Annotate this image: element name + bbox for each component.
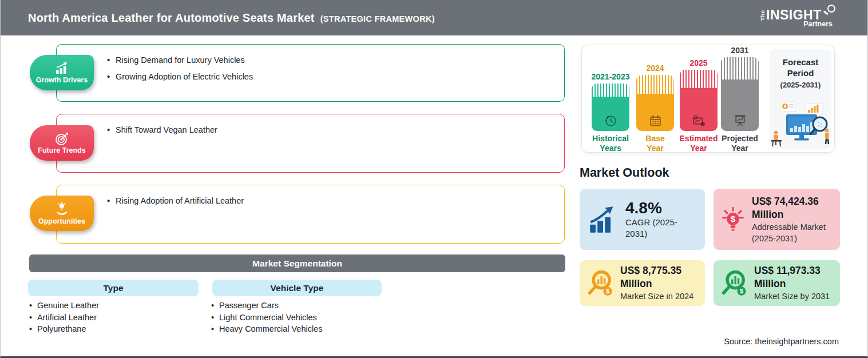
calendar-icon bbox=[648, 114, 663, 128]
bar-body bbox=[680, 88, 718, 131]
bar-body bbox=[721, 79, 759, 131]
growth-arrow-chart-icon bbox=[588, 205, 619, 234]
market-size-2031-card: $ US$ 11,973.33 Million Market Size by 2… bbox=[714, 260, 840, 306]
list-item: Passenger Cars bbox=[211, 300, 323, 312]
list-item: Rising Adoption of Artificial Leather bbox=[107, 195, 564, 206]
vehicle-type-segment-list: Passenger Cars Light Commercial Vehicles… bbox=[211, 300, 323, 335]
svg-text:$: $ bbox=[740, 288, 743, 295]
header-bar: North America Leather for Automotive Sea… bbox=[1, 0, 867, 35]
badge-label: Growth Drivers bbox=[36, 76, 88, 84]
addressable-market-label: Addressable Market (2025-2031) bbox=[752, 221, 839, 244]
bullet-text: Artificial Leather bbox=[37, 313, 97, 322]
timeline-caption: Projected Year bbox=[719, 134, 760, 153]
segment-column-header-type: Type bbox=[28, 280, 199, 296]
timeline-year-label: 2024 bbox=[636, 63, 674, 73]
forecast-period-title: Forecast Period bbox=[770, 57, 831, 78]
timeline-caption: Base Year bbox=[639, 134, 671, 153]
magnifier-chart-icon: $ bbox=[719, 268, 749, 298]
timeline-caption: Estimated Year bbox=[677, 134, 720, 153]
bar-stripes bbox=[721, 57, 759, 79]
source-attribution: Source: theinsightpartners.com bbox=[724, 337, 839, 346]
bulb-dollar-icon: $ bbox=[719, 205, 747, 234]
timeline-caption: Historical Years bbox=[586, 134, 635, 153]
card-text: US$ 74,424.36 Million Addressable Market… bbox=[752, 195, 839, 244]
bullet-text: Rising Adoption of Artificial Leather bbox=[116, 196, 244, 205]
magnifier-chart-icon: $ bbox=[585, 268, 615, 298]
bullet-text: Rising Demand for Luxury Vehicles bbox=[116, 55, 245, 65]
bullet-text: Polyurethane bbox=[37, 324, 86, 333]
timeline-bar-historical bbox=[592, 83, 629, 131]
market-outlook-title: Market Outlook bbox=[580, 166, 669, 180]
list-item: Artificial Leather bbox=[29, 312, 99, 324]
timeline-year-label: 2031 bbox=[721, 46, 759, 55]
future-trends-box: Shift Toward Vegan Leather bbox=[56, 114, 565, 173]
market-size-2024-card: $ US$ 8,775.35 Million Market Size in 20… bbox=[580, 260, 705, 306]
insight-partners-logo: The INSIGHT Partners bbox=[761, 5, 834, 31]
growth-chart-icon bbox=[54, 62, 69, 75]
infographic-page: North America Leather for Automotive Sea… bbox=[0, 0, 868, 358]
bullet-text: Passenger Cars bbox=[219, 301, 279, 310]
opportunities-badge: Opportunities bbox=[30, 196, 94, 231]
list-item: Shift Toward Vegan Leather bbox=[107, 124, 564, 136]
bar-body bbox=[592, 97, 629, 131]
market-segmentation-header: Market Segmentation bbox=[29, 254, 565, 272]
hand-bulb-icon bbox=[54, 202, 69, 217]
market-analysis-illustration bbox=[770, 101, 831, 149]
card-text: US$ 8,775.35 Million Market Size in 2024 bbox=[620, 264, 707, 302]
bullet-text: Light Commercial Vehicles bbox=[219, 313, 317, 322]
list-item: Light Commercial Vehicles bbox=[211, 312, 323, 324]
type-segment-list: Genuine Leather Artificial Leather Polyu… bbox=[29, 300, 99, 335]
list-item: Genuine Leather bbox=[29, 300, 99, 312]
timeline-year-label: 2025 bbox=[680, 58, 718, 67]
future-trends-badge: Future Trends bbox=[30, 125, 94, 161]
timeline-year-label: 2021-2023 bbox=[584, 72, 637, 81]
projection-screen-icon bbox=[733, 114, 747, 128]
list-item: Heavy Commercial Vehicles bbox=[211, 323, 323, 335]
bar-stripes bbox=[636, 75, 674, 94]
magnifier-handle-icon bbox=[823, 10, 829, 15]
bullet-text: Genuine Leather bbox=[37, 301, 99, 310]
list-item: Growing Adoption of Electric Vehicles bbox=[107, 71, 564, 82]
svg-text:$: $ bbox=[606, 288, 609, 295]
forecast-period-panel: Forecast Period (2025-2031) bbox=[770, 49, 831, 149]
page-title: North America Leather for Automotive Sea… bbox=[28, 11, 315, 25]
growth-drivers-badge: Growth Drivers bbox=[30, 55, 94, 90]
forecast-period-range: (2025-2031) bbox=[770, 81, 831, 89]
logo-the-text: The bbox=[760, 10, 766, 21]
bullet-text: Shift Toward Vegan Leather bbox=[116, 125, 217, 134]
timeline-bar-projected bbox=[721, 57, 759, 131]
svg-text:$: $ bbox=[731, 214, 736, 224]
addressable-market-card: $ US$ 74,424.36 Million Addressable Mark… bbox=[714, 189, 840, 250]
bullet-text: Heavy Commercial Vehicles bbox=[219, 324, 323, 333]
logo-partners-text: Partners bbox=[803, 20, 833, 28]
badge-label: Future Trends bbox=[38, 146, 85, 154]
bullet-text: Growing Adoption of Electric Vehicles bbox=[116, 72, 253, 81]
clock-history-icon bbox=[604, 114, 618, 128]
list-item: Polyurethane bbox=[29, 323, 99, 335]
growth-drivers-box: Rising Demand for Luxury Vehicles Growin… bbox=[56, 44, 565, 102]
cagr-value: 4.8% bbox=[625, 200, 697, 217]
segment-column-header-vehicle-type: Vehicle Type bbox=[212, 280, 382, 296]
market-size-2031-label: Market Size by 2031 bbox=[754, 291, 841, 302]
market-size-2024-value: US$ 8,775.35 Million bbox=[620, 264, 707, 291]
cagr-card: 4.8% CAGR (2025-2031) bbox=[580, 189, 705, 250]
research-timeline-panel: 2021-2023 2024 2025 2031 bbox=[581, 45, 835, 153]
card-text: 4.8% CAGR (2025-2031) bbox=[625, 200, 697, 240]
cagr-label: CAGR (2025-2031) bbox=[625, 217, 697, 240]
addressable-market-value: US$ 74,424.36 Million bbox=[752, 195, 839, 221]
market-size-2024-label: Market Size in 2024 bbox=[620, 291, 707, 302]
timeline-bar-estimated bbox=[680, 70, 718, 131]
opportunities-box: Rising Adoption of Artificial Leather bbox=[56, 185, 565, 244]
card-text: US$ 11,973.33 Million Market Size by 203… bbox=[754, 264, 841, 302]
badge-label: Opportunities bbox=[38, 217, 85, 225]
magnifier-lens-icon bbox=[827, 5, 835, 13]
list-item: Rising Demand for Luxury Vehicles bbox=[107, 54, 564, 66]
bar-stripes bbox=[680, 70, 718, 88]
target-dart-icon bbox=[54, 132, 69, 146]
bar-stripes bbox=[592, 83, 629, 97]
page-subtitle: (STRATEGIC FRAMEWORK) bbox=[320, 14, 435, 23]
timeline-bar-base bbox=[636, 75, 674, 131]
market-size-2031-value: US$ 11,973.33 Million bbox=[754, 264, 841, 291]
header-title-wrap: North America Leather for Automotive Sea… bbox=[28, 11, 435, 25]
estimate-gauge-icon bbox=[692, 114, 706, 128]
